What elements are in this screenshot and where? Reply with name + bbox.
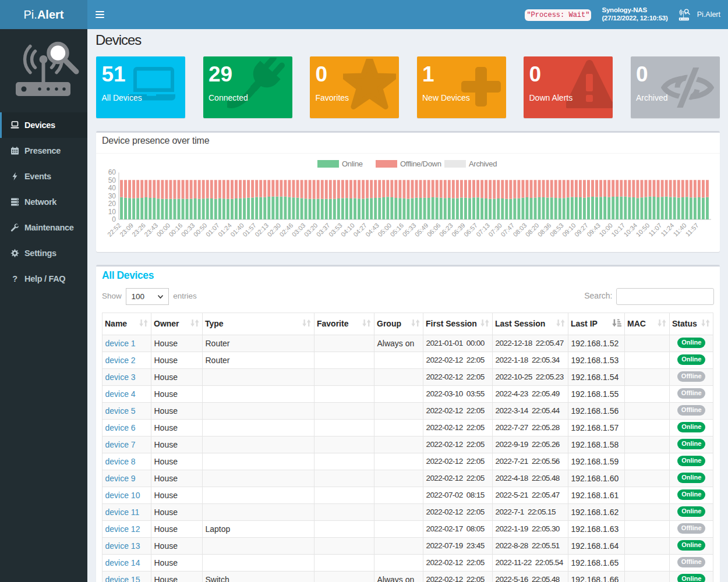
svg-text:01:57: 01:57 bbox=[241, 222, 257, 238]
svg-text:07:47: 07:47 bbox=[499, 222, 515, 238]
svg-text:03:20: 03:20 bbox=[303, 222, 319, 238]
svg-text:05:33: 05:33 bbox=[401, 222, 417, 238]
svg-text:08:53: 08:53 bbox=[549, 222, 565, 238]
svg-text:06:06: 06:06 bbox=[426, 222, 442, 238]
svg-text:01:24: 01:24 bbox=[217, 222, 233, 238]
svg-text:02:30: 02:30 bbox=[266, 222, 282, 238]
svg-text:09:27: 09:27 bbox=[573, 222, 589, 238]
svg-text:08:36: 08:36 bbox=[536, 222, 553, 238]
svg-text:23:43: 23:43 bbox=[143, 222, 159, 238]
svg-text:00:50: 00:50 bbox=[192, 222, 208, 238]
svg-text:10:50: 10:50 bbox=[634, 222, 651, 238]
svg-text:11:07: 11:07 bbox=[647, 222, 663, 237]
svg-text:23:09: 23:09 bbox=[118, 222, 135, 238]
svg-text:09:43: 09:43 bbox=[585, 222, 602, 238]
svg-text:22:52: 22:52 bbox=[106, 222, 122, 238]
svg-text:06:57: 06:57 bbox=[462, 222, 479, 238]
svg-text:10: 10 bbox=[108, 208, 116, 216]
svg-text:20: 20 bbox=[108, 200, 116, 208]
svg-text:04:43: 04:43 bbox=[364, 222, 380, 238]
svg-text:05:49: 05:49 bbox=[414, 222, 430, 238]
svg-text:11:40: 11:40 bbox=[672, 222, 687, 237]
svg-text:04:10: 04:10 bbox=[340, 222, 356, 238]
svg-text:06:23: 06:23 bbox=[438, 222, 454, 238]
svg-text:11:24: 11:24 bbox=[659, 222, 675, 237]
svg-text:02:46: 02:46 bbox=[278, 222, 294, 238]
svg-text:Archived: Archived bbox=[469, 159, 497, 168]
svg-text:03:03: 03:03 bbox=[291, 222, 307, 238]
svg-text:01:40: 01:40 bbox=[229, 222, 245, 238]
svg-text:04:27: 04:27 bbox=[352, 222, 368, 238]
svg-text:0: 0 bbox=[112, 215, 116, 223]
svg-text:Offline/Down: Offline/Down bbox=[400, 159, 441, 168]
svg-text:11:57: 11:57 bbox=[684, 222, 699, 237]
svg-text:23:26: 23:26 bbox=[130, 222, 147, 238]
svg-text:07:30: 07:30 bbox=[487, 222, 503, 238]
svg-text:01:07: 01:07 bbox=[204, 222, 221, 238]
svg-text:06:39: 06:39 bbox=[450, 222, 467, 238]
svg-text:10:00: 10:00 bbox=[598, 222, 614, 238]
svg-text:00:16: 00:16 bbox=[167, 222, 183, 238]
svg-text:10:17: 10:17 bbox=[610, 222, 626, 238]
svg-text:00:00: 00:00 bbox=[155, 222, 171, 238]
svg-text:40: 40 bbox=[108, 184, 116, 192]
svg-text:09:10: 09:10 bbox=[561, 222, 577, 238]
svg-text:03:37: 03:37 bbox=[315, 222, 331, 238]
svg-text:05:00: 05:00 bbox=[376, 222, 393, 238]
svg-text:07:13: 07:13 bbox=[475, 222, 491, 238]
svg-text:08:20: 08:20 bbox=[524, 222, 540, 238]
svg-text:30: 30 bbox=[108, 192, 116, 200]
svg-text:10:34: 10:34 bbox=[622, 222, 638, 238]
svg-text:03:53: 03:53 bbox=[327, 222, 344, 238]
svg-text:00:33: 00:33 bbox=[180, 222, 196, 238]
svg-text:02:13: 02:13 bbox=[253, 222, 270, 238]
svg-text:Online: Online bbox=[342, 159, 363, 168]
svg-text:05:16: 05:16 bbox=[388, 222, 405, 238]
svg-text:50: 50 bbox=[108, 176, 116, 184]
svg-text:60: 60 bbox=[108, 168, 116, 176]
svg-text:08:03: 08:03 bbox=[511, 222, 528, 238]
